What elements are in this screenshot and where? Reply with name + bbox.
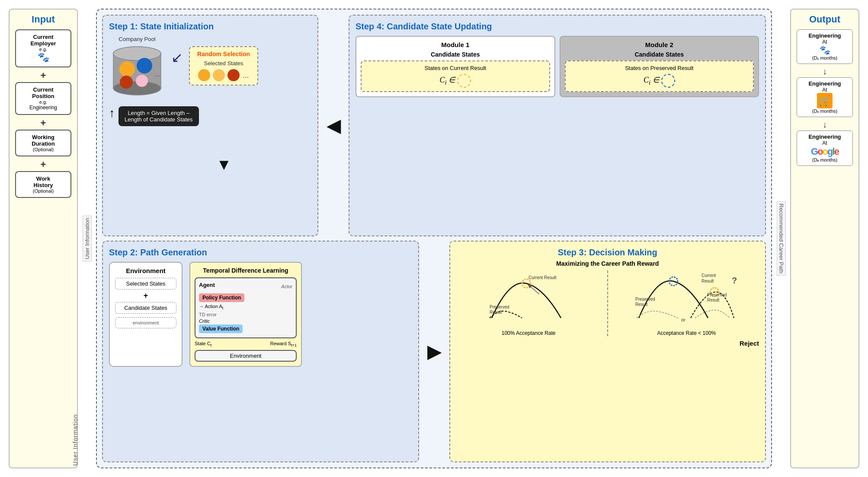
module2-candidate-label: Candidate States: [565, 51, 754, 58]
output-arrow-1: ↓: [823, 67, 827, 76]
svg-point-4: [119, 61, 135, 77]
graph-less100: ? Preserved Result Current Result or Pre…: [614, 270, 759, 336]
output-card-3: Engineering At Google (D₃ months): [797, 130, 853, 166]
step2-title: Step 2: Path Generation: [109, 248, 412, 258]
acceptance-100-label: 100% Acceptance Rate: [456, 330, 601, 336]
duration-label: WorkingDuration: [19, 134, 67, 147]
reward-label: Reward St+1: [270, 341, 297, 347]
length-formula-text: Length = Given Length –Length of Candida…: [125, 110, 193, 123]
module1-candidate-label: Candidate States: [361, 51, 550, 58]
step2-box: Step 2: Path Generation Environment Sele…: [102, 241, 419, 462]
graph-100-svg: Current Result Preserved Result: [487, 270, 570, 327]
random-selection-box: Random Selection Selected States ...: [189, 46, 258, 86]
value-box: Value Function: [199, 324, 243, 333]
env-bottom: Environment: [195, 350, 297, 362]
env-inner-dashed: environment: [115, 317, 176, 328]
state-label: State Ct: [195, 341, 211, 347]
policy-box: Policy Function: [199, 293, 244, 302]
step1-title: Step 1: State Initialization: [109, 22, 311, 32]
plus-3: +: [41, 159, 46, 170]
graph-100: Current Result Preserved Result 10: [456, 270, 601, 336]
step2-inner: Environment Selected States + Candidate …: [109, 262, 412, 367]
critic-label: Critic: [199, 318, 292, 324]
module2-title: Module 2: [565, 41, 754, 48]
td-error-area: TD error: [199, 312, 292, 317]
output-at-2: At: [801, 87, 849, 93]
down-arrow-1: ▼: [216, 156, 232, 174]
employer-icon: 🐾: [19, 52, 67, 63]
env-title: Environment: [115, 267, 176, 274]
user-info-side: User Information: [82, 9, 92, 468]
recommended-side: Recommended Career Path: [776, 9, 786, 468]
step3-box: Step 3: Decision Making Maximizing the C…: [449, 241, 766, 462]
td-title: Temporal Difference Learning: [195, 267, 297, 274]
big-left-arrow: ◀: [327, 116, 340, 136]
env-inner-text: environment: [118, 320, 173, 325]
center-dashed-area: Step 1: State Initialization Company Poo…: [96, 9, 772, 468]
module2-states-label: States on Preserved Result: [569, 65, 750, 71]
svg-text:or: or: [681, 317, 685, 322]
input-card-employer: CurrentEmployer e.g. 🐾: [15, 29, 71, 67]
svg-point-3: [113, 47, 161, 60]
step3-subtitle: Maximizing the Career Path Reward: [456, 260, 759, 267]
output-duration-3: (D₃ months): [801, 157, 849, 163]
main-container: Input CurrentEmployer e.g. 🐾 + CurrentPo…: [0, 0, 868, 477]
top-row: Step 1: State Initialization Company Poo…: [102, 15, 766, 236]
svg-text:Current: Current: [701, 273, 716, 278]
output-title: Output: [809, 14, 840, 25]
plus-1: +: [41, 70, 46, 81]
environment-box: Environment Selected States + Candidate …: [109, 262, 183, 367]
module1-states-box: States on Current Result Ci ∈: [361, 60, 550, 92]
env-selected-states: Selected States: [115, 278, 176, 289]
random-selection-title: Random Selection: [196, 51, 251, 57]
user-info-label: User Information: [70, 10, 80, 467]
reject-area: Reject: [456, 340, 759, 347]
company-pool-cylinder: ...: [109, 44, 165, 96]
dots-label: ...: [242, 71, 249, 80]
svg-text:Preserved: Preserved: [635, 297, 655, 302]
company-pool: Company Pool: [109, 36, 165, 96]
module1-formula: Ci ∈: [365, 74, 546, 88]
position-label: CurrentPosition: [19, 86, 67, 99]
bottom-row: Step 2: Path Generation Environment Sele…: [102, 241, 766, 462]
action-text: → Action At: [199, 304, 292, 310]
svg-text:Result: Result: [707, 298, 720, 302]
output-role-2: Engineering: [801, 80, 849, 87]
module2-formula: Ci ∈: [569, 74, 750, 88]
svg-text:Result: Result: [701, 279, 714, 283]
svg-point-7: [136, 75, 148, 87]
employer-eg: e.g.: [19, 47, 67, 52]
svg-point-6: [120, 76, 133, 89]
step3-title-area: Step 3: Decision Making: [456, 248, 759, 258]
input-card-duration: WorkingDuration (Optional): [15, 130, 71, 156]
output-card-2: Engineering At 🛒 (D₂ months): [797, 77, 853, 117]
critic-area: Critic Value Function: [199, 318, 292, 334]
step2-to-step3-arrow: ▶: [423, 241, 445, 462]
actor-label: Actor: [281, 284, 292, 289]
position-value: Engineering: [19, 105, 67, 111]
svg-text:Result: Result: [635, 302, 648, 307]
plus-2: +: [41, 118, 46, 129]
yellow-circle-outline: [457, 74, 471, 88]
agent-title: Agent: [199, 282, 215, 288]
circle-yellow-2: [213, 69, 225, 81]
step4-modules: Module 1 Candidate States States on Curr…: [356, 36, 759, 97]
recommended-text: Recommended Career Path: [777, 201, 786, 276]
step4-title: Step 4: Candidate State Updating: [356, 22, 759, 32]
policy-area: Policy Function → Action At: [199, 293, 292, 310]
module1-states-label: States on Current Result: [365, 65, 546, 71]
output-duration-1: (D₁ months): [801, 55, 849, 61]
svg-text:Result: Result: [490, 310, 502, 315]
step4-box: Step 4: Candidate State Updating Module …: [349, 15, 766, 236]
circle-dark: [227, 69, 240, 81]
svg-text:Preserved: Preserved: [490, 305, 509, 309]
output-at-3: At: [801, 140, 849, 146]
history-label: WorkHistory: [19, 175, 67, 188]
step3-title: Step 3: Decision Making: [456, 248, 759, 258]
agent-box: Agent Actor Policy Function → Action At …: [195, 277, 297, 338]
svg-point-5: [137, 58, 152, 73]
acceptance-less-label: Acceptance Rate < 100%: [614, 330, 759, 336]
env-plus: +: [115, 291, 176, 300]
reject-label: Reject: [740, 340, 759, 347]
state-reward-labels: State Ct Reward St+1: [195, 341, 297, 347]
